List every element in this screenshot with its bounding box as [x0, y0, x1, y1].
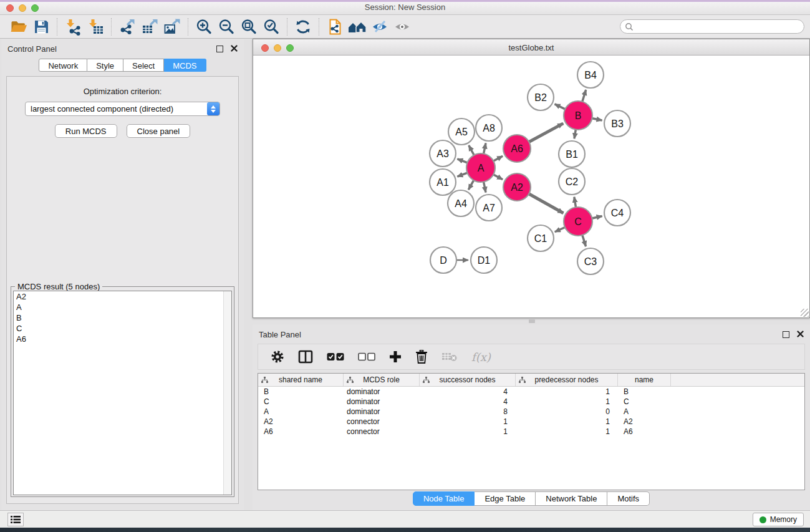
- table-cell[interactable]: 4: [420, 387, 516, 397]
- search-input[interactable]: [634, 21, 804, 32]
- table-cell[interactable]: connector: [344, 427, 420, 437]
- mcds-result-list[interactable]: A2ABCA6: [13, 291, 232, 495]
- graph-node-C4[interactable]: C4: [604, 200, 630, 226]
- export-network-icon[interactable]: [116, 17, 138, 37]
- graph-node-C3[interactable]: C3: [577, 248, 604, 274]
- table-cell[interactable]: dominator: [344, 397, 420, 407]
- export-image-icon[interactable]: [161, 17, 183, 37]
- table-cell[interactable]: 1: [516, 397, 618, 407]
- graph-node-B4[interactable]: B4: [577, 62, 604, 88]
- tab-mcds[interactable]: MCDS: [164, 59, 206, 72]
- table-cell[interactable]: 0: [516, 407, 618, 417]
- graph-node-A4[interactable]: A4: [448, 190, 474, 216]
- graph-node-A3[interactable]: A3: [430, 140, 456, 167]
- optimization-criterion-dropdown[interactable]: largest connected component (directed): [25, 102, 220, 116]
- import-network-icon[interactable]: [62, 17, 84, 37]
- zoom-out-icon[interactable]: [215, 17, 238, 37]
- table-cell[interactable]: dominator: [344, 407, 420, 417]
- graph-node-D[interactable]: D: [430, 247, 456, 273]
- close-panel-button[interactable]: Close panel: [127, 124, 191, 138]
- open-file-icon[interactable]: [7, 17, 30, 37]
- graph-node-D1[interactable]: D1: [471, 247, 497, 273]
- add-column-icon[interactable]: [389, 351, 402, 363]
- table-cell[interactable]: 4: [420, 397, 516, 407]
- table-cell[interactable]: 1: [420, 427, 516, 437]
- search-field[interactable]: [620, 19, 804, 34]
- graph-node-A2[interactable]: A2: [503, 173, 531, 201]
- table-cell[interactable]: 1: [516, 427, 618, 437]
- table-row[interactable]: Bdominator41B: [258, 387, 804, 397]
- table-cell[interactable]: A: [258, 407, 344, 417]
- table-row[interactable]: Adominator80A: [258, 407, 804, 417]
- result-list-scrollbar[interactable]: [223, 291, 231, 495]
- import-table-icon[interactable]: [84, 17, 107, 37]
- graph-node-B[interactable]: B: [564, 101, 592, 130]
- table-cell[interactable]: A6: [258, 427, 344, 437]
- zoom-fit-icon[interactable]: [238, 17, 260, 37]
- table-cell[interactable]: C: [618, 397, 671, 407]
- result-item[interactable]: C: [14, 323, 231, 334]
- table-row[interactable]: A6connector11A6: [258, 427, 804, 437]
- tab-select[interactable]: Select: [123, 59, 164, 72]
- resize-grip-icon[interactable]: [801, 309, 809, 317]
- table-cell[interactable]: 1: [516, 417, 618, 427]
- clone-network-icon[interactable]: [324, 17, 346, 37]
- table-cell[interactable]: A: [618, 407, 671, 417]
- result-item[interactable]: A: [14, 302, 231, 312]
- network-canvas[interactable]: B4B2BB3A8A5A6B1A3AC2A1A2A4A7C4CC1DD1C3: [253, 56, 809, 317]
- table-cell[interactable]: A2: [258, 417, 344, 427]
- tab-node-table[interactable]: Node Table: [413, 491, 475, 506]
- tab-motifs[interactable]: Motifs: [607, 491, 650, 506]
- table-cell[interactable]: 1: [420, 417, 516, 427]
- table-row[interactable]: A2connector11A2: [258, 417, 804, 427]
- graph-node-A5[interactable]: A5: [448, 118, 475, 145]
- graph-node-C1[interactable]: C1: [528, 225, 554, 251]
- refresh-icon[interactable]: [292, 17, 314, 37]
- graph-node-A8[interactable]: A8: [476, 115, 502, 141]
- zoom-in-icon[interactable]: [193, 17, 215, 37]
- float-panel-icon[interactable]: [216, 46, 223, 52]
- task-history-button[interactable]: [7, 513, 24, 526]
- graph-node-B1[interactable]: B1: [559, 141, 585, 167]
- column-header-predecessor-nodes[interactable]: predecessor nodes: [516, 374, 618, 386]
- table-cell[interactable]: 8: [420, 407, 516, 417]
- export-table-icon[interactable]: [138, 17, 161, 37]
- table-row[interactable]: Cdominator41C: [258, 397, 804, 407]
- graph-node-B3[interactable]: B3: [604, 110, 630, 137]
- tab-network[interactable]: Network: [39, 59, 87, 72]
- column-header-successor-nodes[interactable]: successor nodes: [420, 374, 516, 386]
- panel-divider-handle[interactable]: [529, 319, 535, 323]
- close-panel-icon[interactable]: [231, 43, 238, 54]
- graph-node-C[interactable]: C: [564, 207, 592, 236]
- table-cell[interactable]: B: [618, 387, 671, 397]
- save-session-icon[interactable]: [30, 17, 52, 37]
- graph-node-C2[interactable]: C2: [559, 168, 585, 195]
- result-item[interactable]: B: [14, 312, 231, 323]
- graph-node-A[interactable]: A: [466, 153, 495, 182]
- graph-node-A1[interactable]: A1: [430, 169, 456, 195]
- column-header-shared-name[interactable]: shared name: [258, 374, 344, 386]
- tab-network-table[interactable]: Network Table: [536, 491, 607, 506]
- tab-style[interactable]: Style: [87, 59, 123, 72]
- graph-node-B2[interactable]: B2: [528, 84, 554, 110]
- table-cell[interactable]: A2: [618, 417, 671, 427]
- delete-column-icon[interactable]: [415, 350, 428, 364]
- table-cell[interactable]: A6: [618, 427, 671, 437]
- table-cell[interactable]: B: [258, 387, 344, 397]
- first-neighbors-icon[interactable]: [346, 17, 369, 37]
- hide-selected-icon[interactable]: [369, 17, 391, 37]
- run-mcds-button[interactable]: Run MCDS: [55, 124, 117, 138]
- split-column-icon[interactable]: [298, 350, 313, 364]
- table-settings-icon[interactable]: [271, 350, 284, 364]
- graph-node-A7[interactable]: A7: [476, 195, 502, 221]
- graph-node-A6[interactable]: A6: [503, 135, 531, 162]
- table-cell[interactable]: 1: [516, 387, 618, 397]
- select-all-checkboxes-icon[interactable]: [327, 352, 344, 361]
- result-item[interactable]: A6: [14, 334, 231, 344]
- zoom-selected-icon[interactable]: [260, 17, 282, 37]
- result-item[interactable]: A2: [14, 291, 231, 302]
- table-cell[interactable]: dominator: [344, 387, 420, 397]
- close-table-panel-icon[interactable]: [797, 329, 804, 340]
- float-table-panel-icon[interactable]: [783, 331, 789, 338]
- column-header-name[interactable]: name: [618, 374, 671, 386]
